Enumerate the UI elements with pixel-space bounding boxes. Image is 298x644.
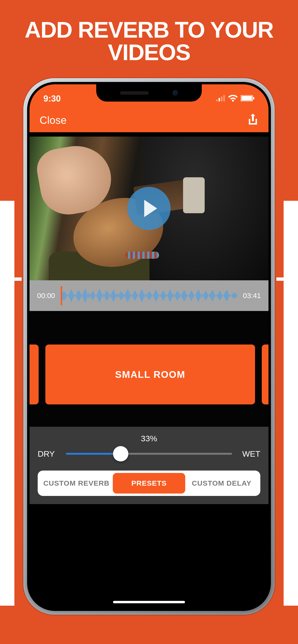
preset-card-next[interactable]	[262, 344, 268, 404]
mix-panel: 33% DRY WET CUSTOM REVERB PRESETS CUSTOM…	[30, 426, 268, 504]
svg-rect-1	[219, 98, 220, 101]
slider-fill	[66, 453, 121, 455]
screen: 9:30 Close	[30, 84, 268, 608]
cellular-icon	[216, 95, 225, 102]
mix-dry-label: DRY	[38, 449, 59, 458]
preset-carousel[interactable]: SMALL ROOM	[30, 311, 268, 426]
svg-rect-2	[221, 96, 222, 101]
wifi-icon	[228, 95, 238, 102]
mix-wet-label: WET	[239, 449, 260, 458]
promo-title: ADD REVERB TO YOUR VIDEOS	[0, 19, 298, 64]
audio-timeline[interactable]: 00:00 03:41	[30, 280, 268, 311]
share-icon	[247, 123, 258, 127]
svg-rect-6	[253, 97, 254, 100]
mix-slider[interactable]	[66, 446, 232, 461]
waveform-track[interactable]	[61, 285, 237, 306]
svg-rect-5	[241, 96, 252, 100]
play-button[interactable]	[127, 187, 171, 230]
video-preview[interactable]	[30, 136, 268, 280]
svg-rect-3	[223, 95, 225, 101]
promo-bg-panel-left	[0, 201, 14, 606]
timeline-end-time: 03:41	[241, 292, 263, 300]
device-frame: 9:30 Close	[23, 78, 275, 615]
preset-card-prev[interactable]	[30, 344, 39, 404]
slider-thumb[interactable]	[113, 446, 128, 462]
preset-card-selected[interactable]: SMALL ROOM	[45, 344, 255, 404]
promo-bg-panel-right	[284, 201, 298, 606]
mode-segmented-control: CUSTOM REVERB PRESETS CUSTOM DELAY	[38, 470, 260, 496]
segment-presets[interactable]: PRESETS	[113, 473, 186, 494]
status-time: 9:30	[43, 94, 61, 104]
segment-custom-reverb[interactable]: CUSTOM REVERB	[40, 473, 113, 494]
segment-custom-delay[interactable]: CUSTOM DELAY	[185, 473, 258, 494]
battery-icon	[241, 95, 255, 102]
timeline-start-time: 00:00	[35, 292, 57, 300]
share-button[interactable]	[247, 113, 258, 128]
nav-bar: Close	[30, 108, 268, 132]
home-indicator[interactable]	[113, 601, 185, 603]
waveform-icon	[61, 287, 237, 304]
mix-percent-label: 33%	[38, 434, 260, 443]
svg-rect-0	[216, 100, 218, 101]
playhead[interactable]	[61, 286, 62, 305]
device-notch	[96, 84, 202, 102]
close-button[interactable]: Close	[40, 114, 67, 126]
